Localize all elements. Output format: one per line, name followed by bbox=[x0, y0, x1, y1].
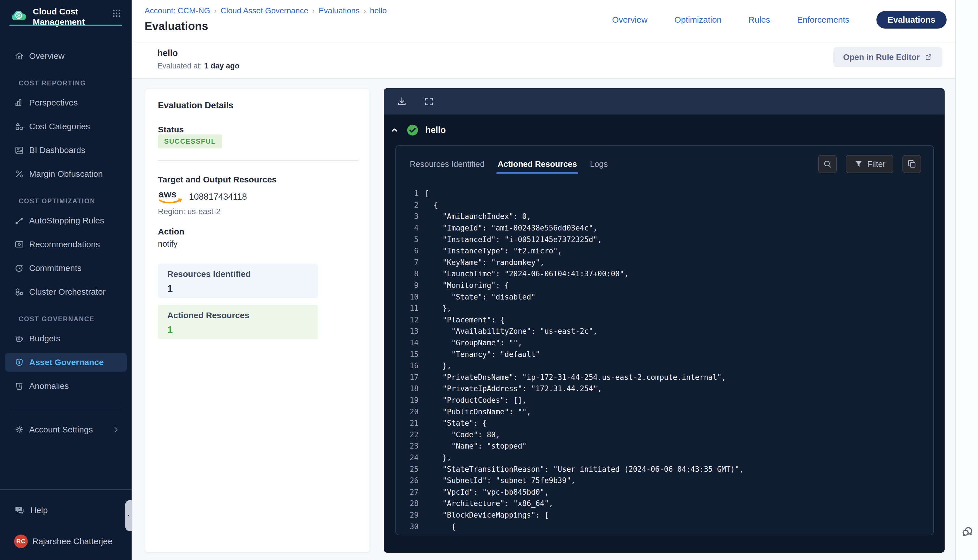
copy-button[interactable] bbox=[903, 155, 921, 173]
sidebar-item-label: Commitments bbox=[29, 263, 82, 273]
code-line: 13 "AvailabilityZone": "us-east-2c", bbox=[404, 325, 930, 337]
chevron-right-icon bbox=[112, 425, 120, 434]
user-profile[interactable]: RC Rajarshee Chatterjee bbox=[0, 532, 132, 551]
evaluated-at: Evaluated at:1 day ago bbox=[157, 62, 239, 70]
line-number: 21 bbox=[404, 419, 419, 427]
breadcrumb-separator: › bbox=[364, 7, 366, 15]
code-line: 18 "PrivateIpAddress": "172.31.44.254", bbox=[404, 383, 930, 395]
breadcrumb-separator: › bbox=[312, 7, 315, 15]
sidebar-item-label: AutoStopping Rules bbox=[29, 216, 104, 225]
code-line: 19 "ProductCodes": [], bbox=[404, 395, 930, 406]
cluster-icon bbox=[14, 287, 24, 297]
resources-card: Resources IdentifiedActioned ResourcesLo… bbox=[396, 145, 934, 535]
code-line: 27 "VpcId": "vpc-bb845bd0", bbox=[404, 486, 930, 498]
nav-enforcements[interactable]: Enforcements bbox=[797, 15, 849, 25]
recommendations-icon bbox=[14, 239, 24, 250]
external-link-icon bbox=[924, 53, 933, 62]
home-icon bbox=[14, 51, 24, 61]
sidebar-section-label: COST OPTIMIZATION bbox=[0, 197, 132, 205]
code-line: 2 { bbox=[404, 199, 930, 211]
sidebar-divider bbox=[9, 409, 122, 409]
nav-optimization[interactable]: Optimization bbox=[674, 15, 722, 25]
line-content: "State": "disabled" bbox=[419, 293, 536, 301]
code-line: 15 "Tenancy": "default" bbox=[404, 348, 930, 360]
stat-actioned-resources: Actioned Resources1 bbox=[158, 305, 318, 339]
code-line: 28 "Architecture": "x86_64", bbox=[404, 498, 930, 509]
code-line: 23 "Name": "stopped" bbox=[404, 440, 930, 452]
sidebar-item-margin-obfuscation[interactable]: Margin Obfuscation bbox=[5, 165, 127, 183]
sidebar-item-label: Budgets bbox=[29, 334, 60, 343]
stat-value: 1 bbox=[167, 324, 309, 335]
filter-button[interactable]: Filter bbox=[846, 155, 893, 173]
line-content: }, bbox=[419, 362, 451, 370]
sidebar-item-perspectives[interactable]: Perspectives bbox=[5, 93, 127, 112]
code-line: 4 "ImageId": "ami-002438e556dd03e4c", bbox=[404, 222, 930, 234]
line-content: "InstanceId": "i-00512145e7372325d", bbox=[419, 235, 602, 244]
fullscreen-icon[interactable] bbox=[423, 96, 435, 107]
line-number: 14 bbox=[404, 338, 419, 347]
right-gutter bbox=[955, 0, 978, 560]
sidebar-item-autostopping-rules[interactable]: AutoStopping Rules bbox=[5, 211, 127, 230]
collapse-chevron-icon[interactable] bbox=[390, 126, 399, 134]
search-button[interactable] bbox=[818, 155, 837, 173]
sidebar-item-label: Recommendations bbox=[29, 240, 100, 249]
evaluated-at-label: Evaluated at: bbox=[157, 62, 202, 70]
sidebar-collapse-handle[interactable] bbox=[125, 500, 132, 531]
support-chat-icon[interactable] bbox=[960, 523, 975, 538]
line-content: "ProductCodes": [], bbox=[419, 396, 527, 405]
breadcrumb-link-evaluations[interactable]: Evaluations bbox=[319, 6, 360, 15]
code-line: 1[ bbox=[404, 188, 930, 199]
code-line: 16 }, bbox=[404, 360, 930, 372]
json-code-viewer[interactable]: 1[2 {3 "AmiLaunchIndex": 0,4 "ImageId": … bbox=[404, 188, 930, 532]
breadcrumb-link-account-ccm-ng[interactable]: Account: CCM-NG bbox=[145, 6, 210, 15]
code-line: 7 "KeyName": "randomkey", bbox=[404, 257, 930, 268]
sidebar-item-commitments[interactable]: Commitments bbox=[5, 259, 127, 277]
sidebar-item-help[interactable]: ? Help bbox=[5, 501, 127, 520]
sidebar-item-label: Cost Categories bbox=[29, 122, 90, 131]
line-number: 15 bbox=[404, 350, 419, 358]
success-check-icon bbox=[406, 123, 419, 137]
line-content: "AvailabilityZone": "us-east-2c", bbox=[419, 327, 597, 335]
sidebar-item-bi-dashboards[interactable]: BI Dashboards bbox=[5, 141, 127, 160]
stat-label: Actioned Resources bbox=[167, 310, 309, 320]
nav-rules[interactable]: Rules bbox=[748, 15, 770, 25]
breadcrumb-link-hello[interactable]: hello bbox=[370, 6, 387, 15]
sidebar-item-overview[interactable]: Overview bbox=[5, 47, 127, 65]
open-in-rule-editor-label: Open in Rule Editor bbox=[843, 53, 920, 62]
nav-overview[interactable]: Overview bbox=[612, 15, 648, 25]
open-in-rule-editor-button[interactable]: Open in Rule Editor bbox=[833, 47, 942, 67]
line-number: 5 bbox=[404, 235, 419, 244]
piggy-bank-icon: $ bbox=[14, 333, 24, 343]
code-line: 14 "GroupName": "", bbox=[404, 337, 930, 349]
code-line: 8 "LaunchTime": "2024-06-06T04:41:37+00:… bbox=[404, 268, 930, 280]
sidebar-item-budgets[interactable]: $Budgets bbox=[5, 329, 127, 348]
nav-evaluations[interactable]: Evaluations bbox=[876, 11, 946, 28]
line-number: 12 bbox=[404, 316, 419, 324]
sidebar-item-label: Overview bbox=[29, 51, 65, 61]
evaluated-at-value: 1 day ago bbox=[204, 62, 240, 70]
line-number: 11 bbox=[404, 304, 419, 313]
download-icon[interactable] bbox=[396, 96, 407, 107]
line-number: 30 bbox=[404, 522, 419, 531]
sidebar-item-asset-governance[interactable]: $Asset Governance bbox=[5, 353, 127, 372]
line-number: 28 bbox=[404, 499, 419, 508]
evaluation-title: hello bbox=[426, 125, 446, 135]
line-content: "Placement": { bbox=[419, 316, 504, 324]
line-number: 18 bbox=[404, 384, 419, 393]
tab-resources-identified[interactable]: Resources Identified bbox=[409, 154, 485, 174]
sidebar-item-anomalies[interactable]: Anomalies bbox=[5, 377, 127, 395]
tab-actioned-resources[interactable]: Actioned Resources bbox=[497, 154, 577, 174]
line-number: 23 bbox=[404, 442, 419, 450]
sidebar-item-cost-categories[interactable]: Cost Categories bbox=[5, 117, 127, 136]
line-content: { bbox=[419, 522, 456, 531]
breadcrumb-link-cloud-asset-governance[interactable]: Cloud Asset Governance bbox=[221, 6, 309, 15]
line-number: 24 bbox=[404, 453, 419, 462]
funnel-icon bbox=[854, 159, 863, 169]
line-number: 3 bbox=[404, 212, 419, 221]
shapes-icon bbox=[14, 121, 24, 132]
sidebar-footer-divider bbox=[0, 489, 132, 490]
sidebar-item-recommendations[interactable]: Recommendations bbox=[5, 235, 127, 254]
tab-logs[interactable]: Logs bbox=[589, 154, 608, 174]
sidebar-item-cluster-orchestrator[interactable]: Cluster Orchestrator bbox=[5, 283, 127, 301]
sidebar-item-account-settings[interactable]: Account Settings bbox=[5, 420, 127, 439]
